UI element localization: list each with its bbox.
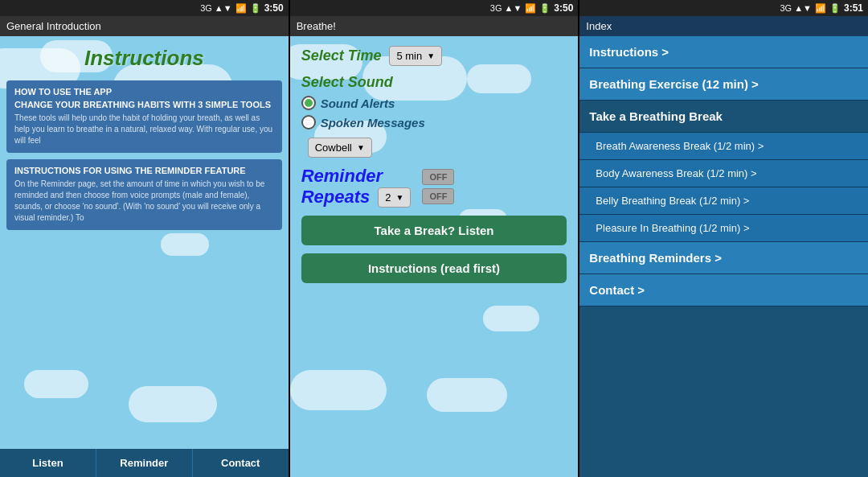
signal-icon-3: 3G ▲▼ <box>780 3 812 13</box>
wifi-icon-3: 📶 <box>815 3 826 14</box>
instructions-read-first-button[interactable]: Instructions (read first) <box>301 253 567 283</box>
index-item-contact[interactable]: Contact > <box>579 274 868 306</box>
index-item-label: Breathing Reminders > <box>589 251 722 265</box>
select-time-label: Select Time <box>301 47 382 64</box>
sound-alerts-label: Sound Alerts <box>321 97 395 110</box>
time-value: 5 min <box>396 50 422 62</box>
spoken-messages-option[interactable]: Spoken Messages <box>301 115 567 130</box>
panel2-content: Select Time 5 min ▼ Select Sound Sound A… <box>290 36 579 477</box>
toggle-group: OFF OFF <box>422 169 454 204</box>
status-bar-panel3: 3G ▲▼ 📶 🔋 3:51 <box>579 0 868 16</box>
index-item-take-breathing-break: Take a Breathing Break <box>579 101 868 133</box>
panel1-general-introduction: 3G ▲▼ 📶 🔋 3:50 General Introduction Inst… <box>0 0 289 477</box>
panel3-index: 3G ▲▼ 📶 🔋 3:51 Index Instructions > Brea… <box>579 0 868 477</box>
index-item-label: Take a Breathing Break <box>589 109 723 123</box>
repeats-label: Repeats <box>301 187 371 208</box>
chevron-down-icon-cowbell: ▼ <box>357 143 365 152</box>
index-item-belly-breathing[interactable]: Belly Breathing Break (1/2 min) > <box>579 187 868 215</box>
index-item-label: Body Awareness Break (1/2 min) > <box>596 167 756 179</box>
index-item-label: Breathing Exercise (12 min) > <box>589 77 759 91</box>
index-item-breathing-exercise[interactable]: Breathing Exercise (12 min) > <box>579 68 868 101</box>
toggle-button-1[interactable]: OFF <box>422 169 454 185</box>
info-box-reminder: INSTRUCTIONS FOR USING THE REMINDER FEAT… <box>6 159 282 230</box>
sound-section: Select Sound Sound Alerts Spoken Message… <box>301 74 567 130</box>
spoken-messages-label: Spoken Messages <box>321 116 425 130</box>
repeats-dropdown[interactable]: 2 ▼ <box>378 187 411 208</box>
instructions-heading: Instructions <box>6 43 282 74</box>
chevron-down-icon: ▼ <box>427 51 435 60</box>
select-time-row: Select Time 5 min ▼ <box>301 46 567 66</box>
index-item-label: Contact > <box>589 283 645 297</box>
panel3-title: Index <box>586 20 612 32</box>
panel1-content: Instructions HOW TO USE THE APP CHANGE Y… <box>0 36 289 449</box>
take-break-listen-button[interactable]: Take a Break? Listen <box>301 216 567 245</box>
index-item-instructions[interactable]: Instructions > <box>579 36 868 68</box>
reminder-label: Reminder <box>301 166 411 187</box>
radio-selected-indicator <box>305 99 313 107</box>
battery-icon-3: 🔋 <box>829 3 841 14</box>
index-item-pleasure-breathing[interactable]: Pleasure In Breathing (1/2 min) > <box>579 215 868 242</box>
radio-sound-alerts[interactable] <box>301 96 316 110</box>
cowbell-row: Cowbell ▼ <box>308 138 567 158</box>
toggle-button-2[interactable]: OFF <box>422 188 454 204</box>
cowbell-dropdown[interactable]: Cowbell ▼ <box>308 138 372 158</box>
box2-text: On the Reminder page, set the amount of … <box>14 179 274 224</box>
index-item-breath-awareness[interactable]: Breath Awareness Break (1/2 min) > <box>579 133 868 160</box>
box2-title: INSTRUCTIONS FOR USING THE REMINDER FEAT… <box>14 166 274 175</box>
box1-text: These tools will help undo the habit of … <box>14 113 274 146</box>
box1-subtitle: CHANGE YOUR BREATHING HABITS WITH 3 SIMP… <box>14 100 274 109</box>
index-list: Instructions > Breathing Exercise (12 mi… <box>579 36 868 477</box>
select-sound-label: Select Sound <box>301 74 567 91</box>
box1-title: HOW TO USE THE APP <box>14 87 274 97</box>
status-time-panel3: 3:51 <box>844 2 863 14</box>
index-item-body-awareness[interactable]: Body Awareness Break (1/2 min) > <box>579 160 868 187</box>
index-item-breathing-reminders[interactable]: Breathing Reminders > <box>579 242 868 274</box>
repeats-value: 2 <box>385 191 391 204</box>
repeats-row: Repeats 2 ▼ <box>301 187 411 208</box>
panel2-breathe: 3G ▲▼ 📶 🔋 3:50 Breathe! Select Time 5 mi… <box>290 0 579 477</box>
reminder-repeats-labels: Reminder Repeats 2 ▼ <box>301 166 411 208</box>
index-item-label: Instructions > <box>589 45 669 59</box>
title-bar-panel3: Index <box>579 16 868 36</box>
chevron-down-icon-repeats: ▼ <box>396 193 404 202</box>
radio-spoken-messages[interactable] <box>301 115 316 130</box>
time-dropdown[interactable]: 5 min ▼ <box>389 46 442 66</box>
cowbell-label: Cowbell <box>315 142 352 154</box>
index-item-label: Pleasure In Breathing (1/2 min) > <box>596 222 749 234</box>
sound-alerts-option[interactable]: Sound Alerts <box>301 96 567 110</box>
info-box-how-to-use: HOW TO USE THE APP CHANGE YOUR BREATHING… <box>6 80 282 153</box>
reminder-section: Reminder Repeats 2 ▼ OFF OFF <box>301 166 567 208</box>
index-item-label: Breath Awareness Break (1/2 min) > <box>596 140 764 152</box>
index-item-label: Belly Breathing Break (1/2 min) > <box>596 195 749 207</box>
